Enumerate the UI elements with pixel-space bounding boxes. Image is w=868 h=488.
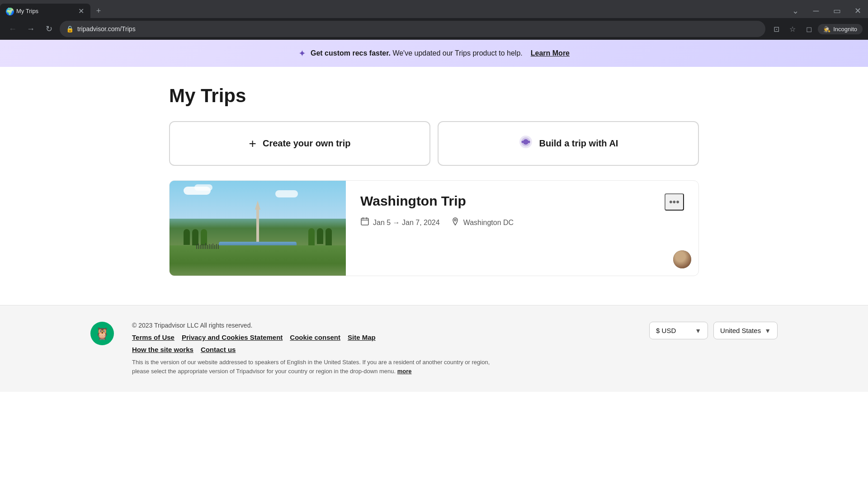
region-label: United States [720, 327, 761, 334]
currency-dropdown-arrow: ▼ [695, 327, 701, 334]
footer-controls: $ USD ▼ United States ▼ [649, 322, 778, 339]
user-avatar-image [673, 250, 691, 268]
location-pin-icon [451, 217, 460, 228]
terms-of-use-link[interactable]: Terms of Use [132, 333, 175, 341]
page-content: ✦ Get custom recs faster. We've updated … [0, 40, 868, 392]
banner-sparkle-icon: ✦ [298, 48, 306, 59]
contact-us-link[interactable]: Contact us [201, 346, 236, 353]
lock-icon: 🔒 [66, 25, 74, 33]
tab-dropdown-button[interactable]: ⌄ [785, 2, 806, 20]
profile-icon[interactable]: ◻ [802, 22, 816, 36]
tab-bar: 🌍 My Trips ✕ + ⌄ ─ ▭ ✕ [0, 0, 868, 18]
currency-selector[interactable]: $ USD ▼ [649, 322, 708, 339]
reload-button[interactable]: ↻ [42, 22, 56, 36]
toolbar-icons: ⊡ ☆ ◻ 🕵 Incognito [769, 22, 863, 36]
window-controls: ⌄ ─ ▭ ✕ [785, 2, 868, 20]
url-display: tripadvisor.com/Trips [77, 25, 759, 33]
trip-dates: Jan 5 → Jan 7, 2024 [373, 219, 440, 227]
footer-links-section: © 2023 Tripadvisor LLC All rights reserv… [132, 322, 631, 375]
main-content: My Trips + Create your own trip Build a [158, 67, 710, 305]
region-selector[interactable]: United States ▼ [713, 322, 778, 339]
trip-header: Washington Trip ••• [360, 193, 684, 211]
trip-card[interactable]: Washington Trip ••• Jan 5 → Jan 7, 2024 [169, 180, 699, 276]
learn-more-link[interactable]: Learn More [531, 49, 570, 57]
trip-name: Washington Trip [360, 193, 466, 209]
browser-toolbar: ← → ↻ 🔒 tripadvisor.com/Trips ⊡ ☆ ◻ 🕵 In… [0, 18, 868, 40]
svg-point-9 [454, 219, 456, 221]
footer-inner: 🦉 © 2023 Tripadvisor LLC All rights rese… [90, 322, 778, 375]
privacy-cookies-link[interactable]: Privacy and Cookies Statement [182, 333, 283, 341]
svg-rect-5 [361, 218, 368, 225]
svg-point-2 [523, 139, 528, 145]
tab-title: My Trips [16, 8, 73, 14]
trip-date-range: Jan 5 → Jan 7, 2024 [360, 217, 440, 228]
maximize-button[interactable]: ▭ [826, 2, 847, 20]
trip-location-name: Washington DC [463, 219, 514, 227]
footer-more-link[interactable]: more [397, 368, 412, 375]
promo-banner: ✦ Get custom recs faster. We've updated … [0, 40, 868, 67]
create-trip-card[interactable]: + Create your own trip [169, 121, 430, 166]
footer: 🦉 © 2023 Tripadvisor LLC All rights rese… [0, 305, 868, 392]
action-cards: + Create your own trip Build a trip with… [169, 121, 699, 166]
incognito-icon: 🕵 [823, 26, 830, 33]
ai-trip-icon [519, 135, 533, 152]
bookmark-icon[interactable]: ☆ [785, 22, 800, 36]
address-bar[interactable]: 🔒 tripadvisor.com/Trips [60, 21, 765, 37]
calendar-icon [360, 217, 369, 228]
footer-copyright: © 2023 Tripadvisor LLC All rights reserv… [132, 322, 631, 329]
create-trip-label: Create your own trip [263, 138, 350, 149]
tab-close-button[interactable]: ✕ [77, 7, 85, 15]
region-dropdown-arrow: ▼ [764, 327, 771, 334]
currency-label: $ USD [656, 327, 676, 334]
minimize-button[interactable]: ─ [806, 2, 826, 20]
trip-more-button[interactable]: ••• [665, 193, 684, 211]
owl-icon: 🦉 [95, 327, 109, 341]
how-site-works-link[interactable]: How the site works [132, 346, 193, 353]
new-tab-button[interactable]: + [92, 5, 105, 17]
trip-info: Washington Trip ••• Jan 5 → Jan 7, 2024 [346, 181, 698, 276]
cast-icon[interactable]: ⊡ [769, 22, 783, 36]
incognito-indicator: 🕵 Incognito [818, 24, 863, 34]
trip-meta: Jan 5 → Jan 7, 2024 Washington DC [360, 217, 684, 228]
browser-window: 🌍 My Trips ✕ + ⌄ ─ ▭ ✕ ← → ↻ 🔒 tripadvis… [0, 0, 868, 40]
footer-links: Terms of Use Privacy and Cookies Stateme… [132, 333, 631, 341]
footer-disclaimer: This is the version of our website addre… [132, 358, 494, 375]
site-map-link[interactable]: Site Map [348, 333, 376, 341]
forward-button[interactable]: → [24, 22, 38, 36]
tab-favicon: 🌍 [5, 7, 13, 14]
footer-logo: 🦉 [90, 322, 114, 345]
svg-point-4 [528, 141, 530, 143]
banner-message: Get custom recs faster. We've updated ou… [311, 49, 523, 57]
close-button[interactable]: ✕ [847, 2, 868, 20]
ai-trip-label: Build a trip with AI [539, 138, 618, 149]
trip-avatar [673, 250, 691, 268]
incognito-label: Incognito [833, 26, 857, 33]
cookie-consent-link[interactable]: Cookie consent [290, 333, 340, 341]
trip-location: Washington DC [451, 217, 514, 228]
create-trip-plus-icon: + [249, 136, 256, 151]
footer-links-2: How the site works Contact us [132, 346, 631, 353]
page-title: My Trips [169, 85, 699, 107]
svg-point-3 [521, 141, 524, 143]
ai-trip-card[interactable]: Build a trip with AI [438, 121, 699, 166]
active-tab[interactable]: 🌍 My Trips ✕ [0, 4, 90, 18]
tripadvisor-logo: 🦉 [90, 322, 114, 345]
trip-image [170, 181, 346, 276]
back-button[interactable]: ← [5, 22, 20, 36]
